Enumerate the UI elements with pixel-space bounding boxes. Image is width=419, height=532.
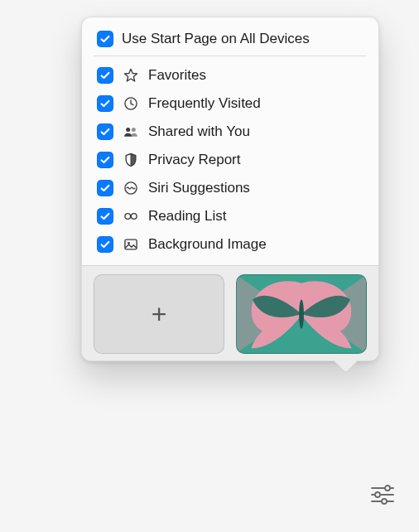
svg-rect-6	[125, 239, 137, 249]
svg-point-4	[125, 214, 131, 220]
option-label: Privacy Report	[148, 152, 364, 168]
sliders-icon	[370, 484, 395, 505]
svg-point-1	[126, 128, 130, 132]
svg-point-11	[299, 299, 304, 328]
option-label: Frequently Visited	[148, 95, 364, 112]
option-favorites[interactable]: Favorites	[82, 61, 378, 89]
svg-point-5	[131, 214, 137, 220]
option-use-on-all-devices[interactable]: Use Start Page on All Devices	[82, 26, 378, 56]
option-label: Use Start Page on All Devices	[122, 31, 364, 47]
checkbox-shared-with-you[interactable]	[97, 123, 113, 140]
siri-icon	[122, 179, 140, 197]
glasses-icon	[122, 207, 140, 225]
checkmark-icon	[99, 239, 111, 250]
plus-icon: +	[152, 301, 167, 327]
checkmark-icon	[99, 126, 111, 138]
background-preset-butterfly[interactable]	[236, 274, 367, 354]
option-background-image[interactable]: Background Image	[82, 230, 378, 259]
svg-point-13	[385, 486, 390, 491]
option-label: Reading List	[148, 208, 364, 225]
butterfly-thumbnail	[237, 275, 366, 353]
people-icon	[122, 123, 140, 141]
checkbox-privacy-report[interactable]	[97, 152, 113, 168]
svg-point-2	[132, 128, 136, 132]
star-icon	[122, 66, 140, 85]
checkmark-icon	[99, 154, 111, 166]
checkmark-icon	[99, 70, 111, 81]
option-shared-with-you[interactable]: Shared with You	[82, 118, 378, 146]
background-image-picker: +	[82, 265, 378, 360]
checkmark-icon	[99, 182, 111, 194]
checkmark-icon	[99, 210, 111, 222]
start-page-customize-popover: Use Start Page on All Devices Favorites …	[81, 17, 379, 361]
option-label: Siri Suggestions	[148, 180, 364, 196]
image-icon	[122, 235, 140, 254]
checkbox-reading-list[interactable]	[97, 208, 113, 225]
option-frequently-visited[interactable]: Frequently Visited	[82, 89, 378, 118]
checkbox-siri-suggestions[interactable]	[97, 180, 113, 196]
option-label: Shared with You	[148, 123, 364, 140]
checkbox-background-image[interactable]	[97, 236, 113, 253]
checkmark-icon	[99, 98, 111, 109]
checkmark-icon	[99, 33, 111, 45]
svg-point-17	[382, 499, 387, 504]
checkbox-use-on-all-devices[interactable]	[97, 31, 113, 47]
option-label: Favorites	[148, 67, 364, 84]
shield-icon	[122, 151, 140, 169]
svg-point-15	[375, 492, 380, 497]
divider	[94, 56, 367, 56]
option-reading-list[interactable]: Reading List	[82, 202, 378, 230]
option-privacy-report[interactable]: Privacy Report	[82, 146, 378, 174]
customize-start-page-button[interactable]	[366, 481, 399, 509]
add-background-tile[interactable]: +	[94, 274, 224, 354]
clock-icon	[122, 94, 140, 113]
checkbox-frequently-visited[interactable]	[97, 95, 113, 112]
checkbox-favorites[interactable]	[97, 67, 113, 84]
svg-point-7	[128, 242, 130, 244]
option-siri-suggestions[interactable]: Siri Suggestions	[82, 174, 378, 202]
option-label: Background Image	[148, 236, 364, 253]
